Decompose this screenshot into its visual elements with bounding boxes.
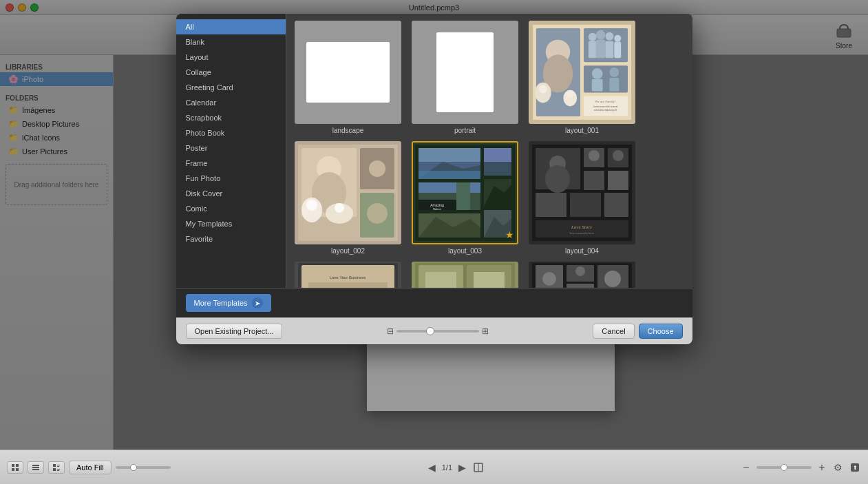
modal-sidebar-all[interactable]: All <box>176 19 286 34</box>
modal-sidebar-greeting-card[interactable]: Greeting Card <box>176 80 286 95</box>
modal-sidebar-frame[interactable]: Frame <box>176 156 286 171</box>
svg-rect-22 <box>596 40 606 59</box>
row3-3-thumb <box>529 262 635 288</box>
template-row-1: landscape portrait <box>293 21 686 134</box>
modal-sidebar-poster[interactable]: Poster <box>176 140 286 156</box>
modal-sidebar-blank[interactable]: Blank <box>176 34 286 50</box>
size-slider[interactable] <box>116 466 171 469</box>
next-page-button[interactable]: ▶ <box>456 462 468 473</box>
choose-button[interactable]: Choose <box>639 324 683 339</box>
svg-point-40 <box>567 91 573 98</box>
gear-icon[interactable]: ⚙ <box>832 461 845 474</box>
list-view-icon <box>32 463 40 472</box>
modal-sidebar-my-templates[interactable]: My Templates <box>176 216 286 231</box>
svg-point-19 <box>606 32 614 41</box>
list-view-button[interactable] <box>28 461 44 474</box>
modal-sidebar-disk-cover[interactable]: Disk Cover <box>176 186 286 201</box>
prev-page-button[interactable]: ◀ <box>426 462 438 473</box>
detail-view-button[interactable] <box>48 461 65 474</box>
svg-rect-117 <box>57 469 60 470</box>
more-templates-bar: More Templates ➤ <box>176 288 692 317</box>
svg-point-17 <box>589 33 597 41</box>
svg-rect-85 <box>604 193 628 217</box>
svg-text:⬆: ⬆ <box>852 465 857 471</box>
modal-sidebar-fun-photo[interactable]: Fun Photo <box>176 171 286 186</box>
svg-rect-68 <box>484 162 511 176</box>
autofill-button[interactable]: Auto Fill <box>69 461 112 474</box>
svg-rect-116 <box>53 468 56 471</box>
template-layout-003[interactable]: Amazing Nature <box>410 141 520 255</box>
svg-point-80 <box>613 150 624 161</box>
template-row-2: layout_002 <box>293 141 686 255</box>
svg-rect-83 <box>536 193 567 217</box>
svg-rect-21 <box>589 41 597 59</box>
svg-point-52 <box>367 203 388 224</box>
scrapbook-label: Scrapbook <box>186 114 222 122</box>
greeting-card-label: Greeting Card <box>186 83 233 92</box>
template-layout-001[interactable]: We are Family! Lorem ipsum dolor sit ame… <box>527 21 637 134</box>
open-existing-button[interactable]: Open Existing Project... <box>186 324 283 339</box>
svg-text:Lorem ipsum dolor sit amet: Lorem ipsum dolor sit amet <box>593 105 618 108</box>
collage-label: Collage <box>186 68 211 76</box>
cancel-button[interactable]: Cancel <box>593 324 634 339</box>
template-portrait[interactable]: portrait <box>410 21 520 134</box>
layout001-svg: We are Family! Lorem ipsum dolor sit ame… <box>533 24 631 120</box>
template-row3-3[interactable] <box>527 262 637 288</box>
svg-rect-24 <box>614 42 621 59</box>
modal-sidebar-scrapbook[interactable]: Scrapbook <box>176 110 286 125</box>
layout-label: Layout <box>186 53 209 61</box>
modal-sidebar: All Blank Layout Collage Greeting Card C… <box>176 14 286 288</box>
template-layout-002[interactable]: layout_002 <box>293 141 403 255</box>
action-icon[interactable]: ⬆ <box>849 461 861 474</box>
template-row-3: Love Your Business <box>293 262 686 288</box>
svg-point-104 <box>575 266 585 276</box>
svg-rect-114 <box>57 465 60 465</box>
layout003-label: layout_003 <box>448 247 482 255</box>
modal-sidebar-comic[interactable]: Comic <box>176 201 286 216</box>
svg-text:Nature: Nature <box>433 207 442 211</box>
svg-point-18 <box>596 30 606 40</box>
svg-point-51 <box>369 160 385 177</box>
modal-sidebar-calendar[interactable]: Calendar <box>176 95 286 110</box>
pages-icon[interactable] <box>472 461 485 474</box>
modal-sidebar-photo-book[interactable]: Photo Book <box>176 125 286 140</box>
zoom-in-bottom-icon[interactable]: + <box>816 461 828 474</box>
svg-rect-55 <box>419 148 480 162</box>
landscape-preview <box>306 42 390 103</box>
disk-cover-label: Disk Cover <box>186 189 223 198</box>
my-templates-label: My Templates <box>186 220 233 228</box>
modal-overlay: All Blank Layout Collage Greeting Card C… <box>0 0 868 484</box>
template-row3-1[interactable]: Love Your Business <box>293 262 403 288</box>
frame-label: Frame <box>186 159 208 167</box>
layout004-svg: Love Story Your memories here <box>532 145 632 241</box>
svg-point-78 <box>589 150 600 161</box>
svg-rect-101 <box>567 284 594 288</box>
svg-point-39 <box>539 85 547 94</box>
zoom-slider-bottom[interactable] <box>756 466 812 469</box>
zoom-out-bottom-icon[interactable]: − <box>740 461 752 474</box>
more-templates-button[interactable]: More Templates ➤ <box>186 294 271 312</box>
svg-rect-25 <box>584 65 628 92</box>
favorite-label: Favorite <box>186 235 213 243</box>
modal-sidebar-collage[interactable]: Collage <box>176 65 286 80</box>
star-badge: ★ <box>505 229 514 240</box>
photo-book-label: Photo Book <box>186 129 225 137</box>
bottom-left: Auto Fill <box>7 461 171 474</box>
svg-point-26 <box>592 68 603 79</box>
svg-rect-82 <box>608 171 628 190</box>
layout002-label: layout_002 <box>331 247 365 255</box>
template-grid: landscape portrait <box>286 14 692 288</box>
modal-sidebar-layout[interactable]: Layout <box>176 50 286 65</box>
blank-label: Blank <box>186 38 205 46</box>
zoom-slider[interactable] <box>396 330 479 333</box>
landscape-label: landscape <box>332 127 364 134</box>
template-landscape[interactable]: landscape <box>293 21 403 134</box>
modal-sidebar-favorite[interactable]: Favorite <box>176 231 286 246</box>
template-row3-2[interactable] <box>410 262 520 288</box>
page-counter: 1/1 <box>442 463 452 472</box>
landscape-thumb-img <box>295 21 401 124</box>
svg-rect-108 <box>12 468 14 471</box>
footer-left: Open Existing Project... <box>186 324 283 339</box>
grid-view-button[interactable] <box>7 461 23 474</box>
template-layout-004[interactable]: Love Story Your memories here layout_004 <box>527 141 637 255</box>
